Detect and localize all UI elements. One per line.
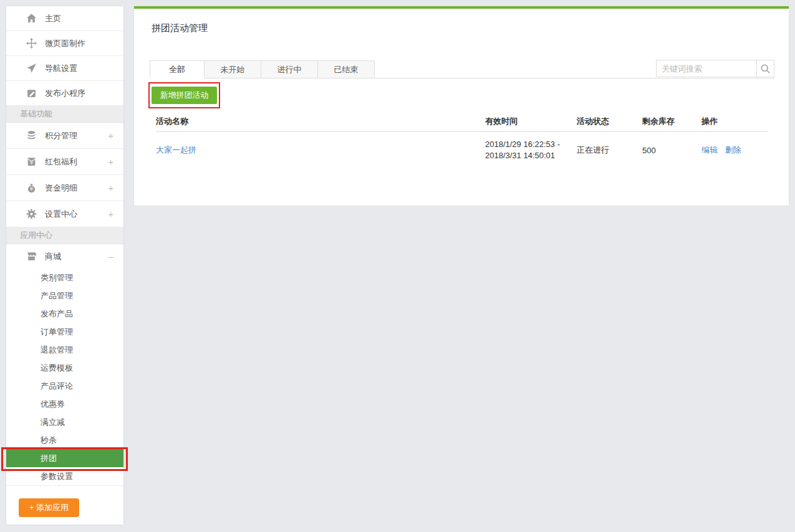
sidebar-item-label: 主页 bbox=[45, 13, 61, 24]
status-tabs: 全部 未开始 进行中 已结束 bbox=[150, 60, 375, 78]
svg-text:¥: ¥ bbox=[30, 186, 33, 192]
col-header-remaining-stock: 剩余库存 bbox=[642, 116, 701, 131]
delete-link[interactable]: 删除 bbox=[725, 145, 741, 154]
money-bag-icon: ¥ bbox=[26, 183, 37, 193]
sidebar-item-micropage[interactable]: 微页面制作 bbox=[6, 31, 123, 56]
sidebar-item-nav-settings[interactable]: 导航设置 bbox=[6, 56, 123, 81]
col-header-activity-name: 活动名称 bbox=[156, 116, 485, 131]
subitem-parameter-settings[interactable]: 参数设置 bbox=[6, 467, 123, 485]
coins-icon bbox=[26, 130, 37, 141]
edit-icon bbox=[26, 88, 37, 98]
navigation-icon bbox=[26, 63, 37, 74]
subitem-category-management[interactable]: 类别管理 bbox=[6, 268, 123, 287]
stock-cell: 500 bbox=[642, 146, 701, 155]
main-panel: 拼团活动管理 全部 未开始 进行中 已结束 新增拼团活动 活动名称 有效时间 活… bbox=[134, 6, 789, 206]
sidebar-item-label: 红包福利 bbox=[45, 156, 77, 168]
sidebar-item-points-management[interactable]: 积分管理 + bbox=[6, 123, 123, 149]
subitem-shipping-template[interactable]: 运费模板 bbox=[6, 359, 123, 377]
valid-time-cell: 2018/1/29 16:22:53 - 2018/3/31 14:50:01 bbox=[485, 139, 577, 161]
sidebar: 主页 微页面制作 导航设置 发布小程序 基础功能 积分管理 + ¥ 红包福利 + bbox=[6, 6, 123, 525]
expand-plus-icon[interactable]: + bbox=[108, 209, 113, 219]
sidebar-item-home[interactable]: 主页 bbox=[6, 6, 123, 31]
sidebar-item-shop[interactable]: 商城 – bbox=[6, 244, 123, 268]
col-header-valid-time: 有效时间 bbox=[485, 116, 577, 131]
gear-icon bbox=[26, 209, 37, 219]
table-row: 大家一起拼 2018/1/29 16:22:53 - 2018/3/31 14:… bbox=[156, 132, 768, 168]
expand-plus-icon[interactable]: + bbox=[108, 156, 113, 167]
section-header-app-center: 应用中心 bbox=[6, 227, 123, 244]
section-header-basic-functions: 基础功能 bbox=[6, 106, 123, 123]
sidebar-item-label: 设置中心 bbox=[45, 209, 77, 220]
subitem-coupons[interactable]: 优惠券 bbox=[6, 395, 123, 413]
sidebar-item-label: 商城 bbox=[45, 251, 61, 262]
collapse-minus-icon[interactable]: – bbox=[108, 251, 113, 262]
subitem-order-management[interactable]: 订单管理 bbox=[6, 323, 123, 341]
subitem-group-buy-selected[interactable]: 拼团 bbox=[6, 449, 123, 467]
subitem-product-management[interactable]: 产品管理 bbox=[6, 287, 123, 305]
add-app-button[interactable]: + 添加应用 bbox=[19, 498, 79, 517]
subitem-product-reviews[interactable]: 产品评论 bbox=[6, 377, 123, 395]
expand-plus-icon[interactable]: + bbox=[108, 130, 113, 141]
subitem-full-reduction[interactable]: 满立减 bbox=[6, 413, 123, 431]
sidebar-item-label: 发布小程序 bbox=[45, 88, 85, 99]
col-header-operations: 操作 bbox=[701, 116, 768, 131]
sidebar-item-funds-detail[interactable]: ¥ 资金明细 + bbox=[6, 175, 123, 201]
search-button[interactable] bbox=[756, 60, 774, 77]
subitem-refund-management[interactable]: 退款管理 bbox=[6, 341, 123, 359]
expand-plus-icon[interactable]: + bbox=[108, 183, 113, 193]
search-icon bbox=[760, 64, 771, 74]
svg-text:¥: ¥ bbox=[30, 160, 33, 166]
sidebar-item-label: 积分管理 bbox=[45, 130, 77, 141]
sidebar-item-label: 资金明细 bbox=[45, 183, 77, 194]
edit-link[interactable]: 编辑 bbox=[701, 145, 718, 154]
shop-submenu: 类别管理 产品管理 发布产品 订单管理 退款管理 运费模板 产品评论 优惠券 满… bbox=[6, 268, 123, 485]
move-icon bbox=[26, 38, 37, 49]
subitem-publish-product[interactable]: 发布产品 bbox=[6, 305, 123, 323]
home-icon bbox=[26, 13, 37, 24]
page-title: 拼团活动管理 bbox=[152, 22, 208, 34]
sidebar-item-red-packet[interactable]: ¥ 红包福利 + bbox=[6, 149, 123, 175]
tab-ended[interactable]: 已结束 bbox=[318, 60, 375, 78]
subitem-flash-sale[interactable]: 秒杀 bbox=[6, 431, 123, 449]
shop-icon bbox=[26, 251, 37, 262]
sidebar-item-settings-center[interactable]: 设置中心 + bbox=[6, 201, 123, 227]
sidebar-item-label: 微页面制作 bbox=[45, 38, 85, 49]
activity-table: 活动名称 有效时间 活动状态 剩余库存 操作 大家一起拼 2018/1/29 1… bbox=[156, 116, 768, 168]
search-input[interactable] bbox=[657, 60, 756, 77]
tab-in-progress[interactable]: 进行中 bbox=[261, 60, 318, 78]
new-group-activity-button[interactable]: 新增拼团活动 bbox=[152, 87, 217, 104]
keyword-search bbox=[656, 60, 774, 77]
red-envelope-icon: ¥ bbox=[26, 156, 37, 167]
table-header-row: 活动名称 有效时间 活动状态 剩余库存 操作 bbox=[156, 116, 768, 132]
tab-not-started[interactable]: 未开始 bbox=[205, 60, 261, 78]
tab-all[interactable]: 全部 bbox=[150, 60, 205, 78]
sidebar-divider bbox=[6, 485, 123, 486]
sidebar-item-publish-miniprogram[interactable]: 发布小程序 bbox=[6, 81, 123, 106]
sidebar-item-label: 导航设置 bbox=[45, 63, 77, 74]
activity-name-link[interactable]: 大家一起拼 bbox=[156, 145, 196, 154]
status-cell: 正在进行 bbox=[577, 145, 642, 156]
col-header-activity-status: 活动状态 bbox=[577, 116, 642, 131]
operations-cell: 编辑 删除 bbox=[701, 145, 768, 156]
